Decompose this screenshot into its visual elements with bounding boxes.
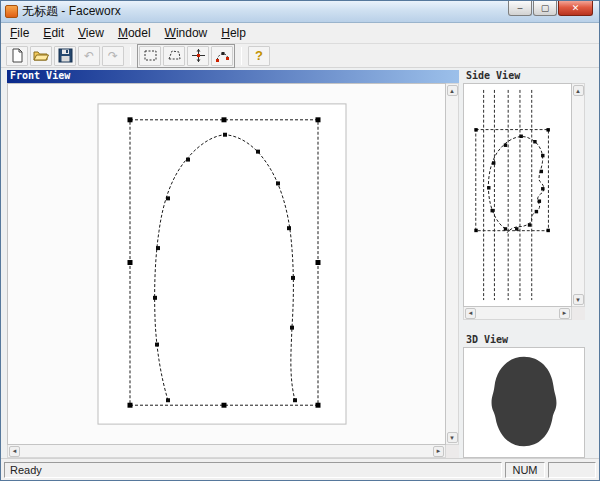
toolbar: ↶ ↷ ? (1, 44, 599, 68)
close-icon: ✕ (572, 4, 580, 13)
menu-file[interactable]: File (3, 24, 36, 42)
three-d-view-header[interactable]: 3D View (463, 334, 585, 347)
menu-model[interactable]: Model (111, 24, 158, 42)
maximize-button[interactable]: ▢ (533, 1, 557, 16)
maximize-icon: ▢ (541, 4, 550, 13)
window-title: 无标题 - Faceworx (22, 3, 121, 20)
new-file-icon (10, 48, 25, 63)
open-button[interactable] (30, 46, 52, 66)
menu-view[interactable]: View (71, 24, 111, 42)
rect-select-button[interactable] (139, 46, 161, 66)
status-message: Ready (4, 462, 502, 478)
move-point-icon (191, 48, 206, 63)
minimize-button[interactable]: – (508, 1, 532, 16)
move-point-button[interactable] (187, 46, 209, 66)
edit-tool-group (137, 44, 235, 68)
front-view-panel: Front View (7, 70, 459, 458)
front-view-drawing (8, 84, 445, 444)
side-view-canvas[interactable] (463, 83, 572, 307)
scroll-down-icon[interactable]: ▼ (573, 294, 584, 305)
open-folder-icon (33, 48, 49, 63)
scroll-right-icon[interactable]: ► (433, 446, 444, 457)
app-window: 无标题 - Faceworx – ▢ ✕ File Edit View Mode… (0, 0, 600, 481)
minimize-icon: – (517, 4, 522, 13)
workspace: Front View (1, 68, 599, 458)
app-icon (5, 5, 18, 18)
undo-button[interactable]: ↶ (78, 46, 100, 66)
close-button[interactable]: ✕ (558, 1, 593, 16)
window-controls: – ▢ ✕ (508, 1, 593, 16)
help-icon: ? (255, 48, 263, 63)
toolbar-separator (241, 47, 242, 65)
scrollbar-corner (572, 307, 585, 320)
front-view-hscrollbar[interactable]: ◄ ► (7, 445, 446, 458)
scroll-left-icon[interactable]: ◄ (9, 446, 20, 457)
new-button[interactable] (6, 46, 28, 66)
scroll-down-icon[interactable]: ▼ (447, 432, 458, 443)
scrollbar-corner (446, 445, 459, 458)
side-guide-lines[interactable] (484, 90, 532, 300)
rect-select-icon (143, 48, 158, 63)
titlebar[interactable]: 无标题 - Faceworx – ▢ ✕ (1, 1, 599, 23)
scroll-right-icon[interactable]: ► (559, 308, 570, 319)
menubar: File Edit View Model Window Help (1, 23, 599, 44)
save-button[interactable] (54, 46, 76, 66)
toolbar-separator (130, 47, 131, 65)
help-button[interactable]: ? (248, 46, 270, 66)
side-view-hscrollbar[interactable]: ◄ ► (463, 307, 572, 320)
menu-help[interactable]: Help (214, 24, 253, 42)
save-floppy-icon (58, 48, 73, 63)
side-view-panel: Side View (463, 70, 585, 320)
three-d-view-panel: 3D View (463, 334, 585, 458)
front-view-vscrollbar[interactable]: ▲ ▼ (446, 83, 459, 445)
front-view-header[interactable]: Front View (7, 70, 459, 83)
side-view-drawing (464, 84, 571, 306)
front-image-page (98, 104, 346, 424)
num-lock-indicator: NUM (505, 462, 545, 478)
scroll-up-icon[interactable]: ▲ (573, 85, 584, 96)
redo-icon: ↷ (108, 50, 118, 62)
status-pane-empty (548, 462, 596, 478)
edit-points-icon (215, 48, 230, 63)
edit-points-button[interactable] (211, 46, 233, 66)
three-d-view-canvas[interactable] (463, 347, 585, 458)
three-d-head-silhouette (492, 357, 557, 446)
side-view-vscrollbar[interactable]: ▲ ▼ (572, 83, 585, 307)
curve-select-button[interactable] (163, 46, 185, 66)
undo-icon: ↶ (84, 50, 94, 62)
curve-select-icon (167, 48, 182, 63)
scroll-left-icon[interactable]: ◄ (465, 308, 476, 319)
menu-window[interactable]: Window (158, 24, 215, 42)
side-view-header[interactable]: Side View (463, 70, 585, 83)
side-profile-outline[interactable] (488, 137, 543, 233)
scroll-up-icon[interactable]: ▲ (447, 85, 458, 96)
statusbar: Ready NUM (1, 458, 599, 480)
three-d-drawing (464, 348, 584, 457)
menu-edit[interactable]: Edit (36, 24, 71, 42)
side-control-points[interactable] (487, 135, 544, 231)
redo-button[interactable]: ↷ (102, 46, 124, 66)
front-view-canvas[interactable] (7, 83, 446, 445)
side-selection-handles[interactable] (474, 128, 550, 232)
